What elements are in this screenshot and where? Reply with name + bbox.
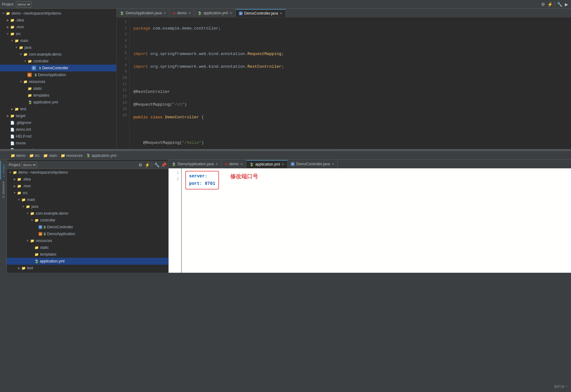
run-icon[interactable]: ▶ [564, 2, 569, 7]
democontroller-arrow [27, 66, 32, 70]
tree-item-src[interactable]: ▼ 📁 src [0, 30, 116, 37]
tab-democontroller-label: DemoController.java [244, 11, 278, 16]
bottom-spring-tab1-icon: 🍃 [172, 162, 176, 166]
iml-icon: 📄 [10, 127, 15, 132]
demoapplication-arrow [23, 73, 27, 77]
bottom-tab-close1[interactable]: ✕ [215, 162, 218, 166]
bottom-tab-close2[interactable]: ✕ [240, 162, 243, 166]
bottom-folder-icon5: 📁 [26, 204, 30, 209]
top-file-tree[interactable]: ▼ 📁 demo ~/workspace/ship/demo ▶ 📁 .idea… [0, 9, 117, 149]
tree-item-idea[interactable]: ▶ 📁 .idea [0, 17, 116, 24]
bottom-tab-demoapplication[interactable]: 🍃 DemoApplication.java ✕ [169, 160, 221, 168]
tree-item-java[interactable]: ▼ 📁 java [0, 44, 116, 51]
breadcrumb-resources-folder-icon: 📁 [61, 153, 65, 158]
bottom-pin-icon[interactable]: 📌 [161, 162, 166, 168]
watermark: 知行合一 [554, 384, 568, 389]
tree-item-templates-label: templates [33, 93, 49, 98]
bottom-folder-icon8: 📁 [30, 238, 35, 243]
code-line-10: @RequestMapping("/hello") [133, 140, 571, 146]
tree-root[interactable]: ▼ 📁 demo ~/workspace/ship/demo [0, 10, 116, 17]
bottom-tab-appyml[interactable]: 🍃 application.yml ✕ [246, 160, 288, 168]
breadcrumb-main[interactable]: 📁 main [43, 153, 57, 158]
side-tab-structure-label: Z: Structure [2, 181, 5, 198]
sync-icon[interactable]: ⚡ [547, 2, 553, 7]
code-editor-top[interactable]: 12345 678910 1112131415 16 package com.e… [117, 17, 571, 149]
tree-item-static[interactable]: 📁 static [0, 85, 116, 92]
bottom-tree-test-label: test [27, 266, 33, 270]
tab-appyml[interactable]: 🍃 application.yml ✕ [194, 9, 236, 17]
tab-close-democontroller[interactable]: ✕ [280, 12, 282, 15]
tab-democontroller[interactable]: C DemoController.java ✕ [236, 9, 286, 17]
bottom-tree-idea[interactable]: ▶ 📁 .idea [7, 176, 168, 183]
tree-item-pkg[interactable]: ▼ 📁 com.example.demo [0, 51, 116, 58]
bottom-tab-close4[interactable]: ✕ [332, 162, 334, 166]
bottom-project-selector[interactable]: demo [21, 162, 37, 168]
bottom-tree-demoapplication-label: DemoApplication [47, 232, 75, 236]
bottom-file-tree[interactable]: Project demo ⚙ ⚡ 🔧 📌 ▼ 📁 demo ~/workspac… [7, 160, 169, 273]
project-selector[interactable]: demo [16, 1, 31, 7]
bottom-tab-democontroller[interactable]: C DemoController.java ✕ [288, 160, 338, 168]
tree-item-mvn[interactable]: ▶ 📁 .mvn [0, 24, 116, 30]
tree-item-mvnw[interactable]: 📄 mvnw [0, 140, 116, 147]
bottom-tree-appyml[interactable]: 🍃 application.yml [7, 258, 168, 265]
bottom-tree-main[interactable]: ▼ 📁 main [7, 196, 168, 203]
bottom-tree-static-label: static [40, 245, 49, 250]
breadcrumb-resources[interactable]: 📁 resources [61, 153, 83, 158]
tree-item-demoixml[interactable]: 📄 demo.iml [0, 126, 116, 133]
tree-item-target[interactable]: ▶ 📁 target [0, 112, 116, 119]
tree-item-gitignore[interactable]: 📄 .gitignore [0, 119, 116, 126]
tree-item-main[interactable]: ▼ 📁 main [0, 37, 116, 44]
tab-demoapplication[interactable]: 🍃 DemoApplication.java ✕ [117, 9, 169, 17]
bottom-tree-demoapplication[interactable]: @ 🍃 DemoApplication [7, 230, 168, 237]
side-tab-project[interactable]: 1: Project [0, 161, 7, 180]
tab-close-appyml[interactable]: ✕ [230, 11, 232, 15]
tab-close-demoapplication[interactable]: ✕ [163, 11, 166, 15]
tree-item-test[interactable]: ▶ 📁 test [0, 106, 116, 112]
tree-item-controller[interactable]: ▼ 📁 controller [0, 58, 116, 65]
tree-item-gitignore-label: .gitignore [16, 121, 31, 125]
tree-item-templates[interactable]: 📁 templates [0, 92, 116, 99]
bottom-tree-pkg[interactable]: ▼ 📁 com.example.demo [7, 210, 168, 217]
bottom-tree-java[interactable]: ▼ 📁 java [7, 203, 168, 210]
bottom-settings-icon[interactable]: ⚙ [137, 162, 143, 168]
tree-item-mvnw-label: mvnw [16, 141, 26, 145]
bottom-tree-templates[interactable]: 📁 templates [7, 251, 168, 258]
settings-icon[interactable]: ⚙ [540, 2, 546, 7]
tree-item-resources[interactable]: ▼ 📁 resources [0, 78, 116, 85]
side-tab-structure[interactable]: Z: Structure [0, 180, 7, 199]
bottom-tree-static[interactable]: 📁 static [7, 244, 168, 251]
breadcrumb-src[interactable]: 📁 src [29, 153, 40, 158]
tab-close-demo[interactable]: ✕ [188, 11, 191, 15]
bottom-sync-icon[interactable]: ⚡ [144, 162, 150, 168]
bottom-gear-icon[interactable]: 🔧 [154, 162, 160, 168]
spring-bean2-icon: 🍃 [34, 73, 37, 76]
tree-item-democontroller[interactable]: C 🍃 DemoController [0, 65, 116, 71]
tree-item-helpmd[interactable]: 📄 HELP.md [0, 133, 116, 140]
tree-item-mvnwcmd[interactable]: 📄 mvnw.cmd [0, 147, 116, 149]
bottom-tree-mvn[interactable]: ▶ 📁 .mvn [7, 183, 168, 189]
gear-icon[interactable]: 🔧 [557, 2, 562, 7]
bottom-tree-controller[interactable]: ▼ 📁 controller [7, 217, 168, 224]
bottom-tab-demo-label: demo [229, 162, 239, 166]
src-arrow: ▼ [6, 32, 10, 36]
code-line-9 [133, 127, 571, 133]
breadcrumb-appyml[interactable]: 🍃 application.yml [86, 153, 116, 158]
tab-demo[interactable]: m demo ✕ [169, 9, 194, 17]
bottom-tree-src[interactable]: ▼ 📁 src [7, 189, 168, 196]
bottom-tab-demo[interactable]: m demo ✕ [221, 160, 246, 168]
bottom-tree-resources[interactable]: ▼ 📁 resources [7, 237, 168, 244]
bottom-folder-icon: 📁 [17, 177, 22, 182]
bottom-panel: 📁 demo › 📁 src › 📁 main › 📁 resources › … [0, 152, 571, 273]
tree-item-target-label: target [16, 114, 26, 118]
breadcrumb-demo[interactable]: 📁 demo [11, 153, 26, 158]
bottom-code-editor[interactable]: 1 2 server: port: 8701 [169, 168, 571, 273]
tree-item-demoapplication[interactable]: @ 🍃 DemoApplication [0, 71, 116, 78]
bottom-folder-icon3: 📁 [17, 190, 22, 195]
bottom-tree-test[interactable]: ▶ 📁 test [7, 265, 168, 271]
bottom-tree-root[interactable]: ▼ 📁 demo ~/workspace/ship/demo [7, 169, 168, 176]
folder-icon: 📁 [14, 107, 19, 112]
bottom-tree-democontroller[interactable]: C 🍃 DemoController [7, 224, 168, 230]
tree-item-appyml[interactable]: 🍃 application.yml [0, 99, 116, 106]
bottom-content: 1: Project Z: Structure Project demo ⚙ ⚡… [0, 160, 571, 273]
bottom-tab-close3[interactable]: ✕ [281, 163, 284, 166]
